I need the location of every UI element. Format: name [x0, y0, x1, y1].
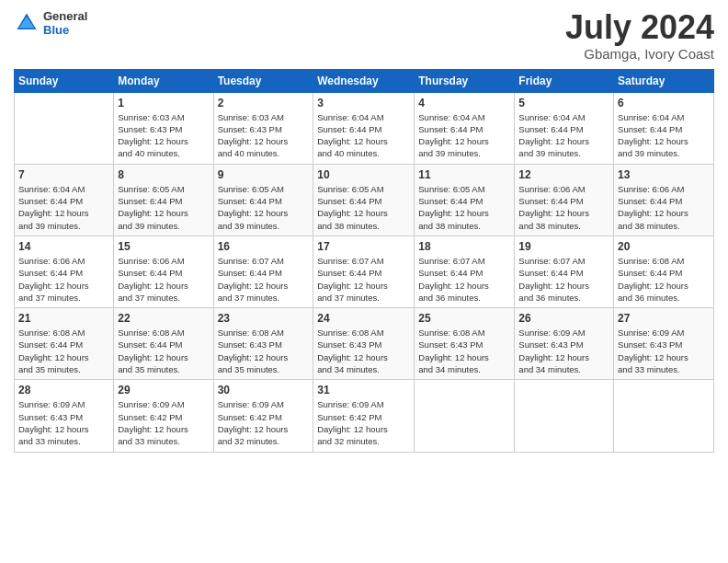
calendar-week-row: 21Sunrise: 6:08 AM Sunset: 6:44 PM Dayli… — [15, 308, 714, 380]
day-number: 12 — [518, 168, 609, 181]
day-number: 21 — [18, 312, 109, 325]
day-number: 23 — [218, 312, 310, 325]
day-info: Sunrise: 6:08 AM Sunset: 6:44 PM Dayligh… — [118, 327, 209, 375]
day-number: 16 — [218, 240, 310, 253]
day-number: 15 — [118, 240, 209, 253]
calendar-cell: 4Sunrise: 6:04 AM Sunset: 6:44 PM Daylig… — [415, 92, 515, 164]
day-number: 31 — [317, 384, 410, 396]
calendar-cell: 27Sunrise: 6:09 AM Sunset: 6:43 PM Dayli… — [614, 308, 714, 380]
day-info: Sunrise: 6:05 AM Sunset: 6:44 PM Dayligh… — [317, 183, 410, 232]
weekday-header-row: SundayMondayTuesdayWednesdayThursdayFrid… — [15, 69, 714, 92]
day-info: Sunrise: 6:08 AM Sunset: 6:43 PM Dayligh… — [418, 327, 510, 375]
calendar-cell — [415, 380, 515, 452]
calendar-cell: 14Sunrise: 6:06 AM Sunset: 6:44 PM Dayli… — [15, 236, 114, 307]
day-number: 19 — [518, 240, 609, 253]
day-info: Sunrise: 6:07 AM Sunset: 6:44 PM Dayligh… — [418, 255, 510, 304]
day-info: Sunrise: 6:09 AM Sunset: 6:43 PM Dayligh… — [18, 398, 109, 447]
day-info: Sunrise: 6:09 AM Sunset: 6:42 PM Dayligh… — [317, 398, 410, 447]
day-number: 11 — [418, 168, 510, 181]
calendar-cell: 10Sunrise: 6:05 AM Sunset: 6:44 PM Dayli… — [313, 164, 415, 236]
day-number: 27 — [618, 312, 710, 325]
weekday-header-friday: Friday — [515, 69, 614, 92]
calendar-week-row: 7Sunrise: 6:04 AM Sunset: 6:44 PM Daylig… — [15, 164, 714, 236]
day-number: 30 — [218, 384, 310, 396]
calendar-cell: 12Sunrise: 6:06 AM Sunset: 6:44 PM Dayli… — [515, 164, 614, 236]
day-number: 5 — [518, 97, 609, 109]
day-info: Sunrise: 6:04 AM Sunset: 6:44 PM Dayligh… — [418, 111, 510, 160]
calendar-cell: 1Sunrise: 6:03 AM Sunset: 6:43 PM Daylig… — [114, 92, 213, 164]
calendar-cell: 5Sunrise: 6:04 AM Sunset: 6:44 PM Daylig… — [515, 92, 614, 164]
calendar-cell: 16Sunrise: 6:07 AM Sunset: 6:44 PM Dayli… — [213, 236, 313, 307]
day-info: Sunrise: 6:08 AM Sunset: 6:44 PM Dayligh… — [618, 255, 710, 304]
calendar-cell: 11Sunrise: 6:05 AM Sunset: 6:44 PM Dayli… — [415, 164, 515, 236]
calendar-cell: 31Sunrise: 6:09 AM Sunset: 6:42 PM Dayli… — [313, 380, 415, 452]
day-info: Sunrise: 6:03 AM Sunset: 6:43 PM Dayligh… — [218, 111, 310, 160]
day-info: Sunrise: 6:04 AM Sunset: 6:44 PM Dayligh… — [618, 111, 710, 160]
weekday-header-saturday: Saturday — [614, 69, 714, 92]
page: General Blue July 2024 Gbamga, Ivory Coa… — [0, 0, 728, 563]
day-number: 4 — [418, 97, 510, 109]
calendar-cell: 28Sunrise: 6:09 AM Sunset: 6:43 PM Dayli… — [15, 380, 114, 452]
day-number: 17 — [317, 240, 410, 253]
title-block: July 2024 Gbamga, Ivory Coast — [565, 9, 714, 62]
day-info: Sunrise: 6:04 AM Sunset: 6:44 PM Dayligh… — [518, 111, 609, 160]
day-info: Sunrise: 6:04 AM Sunset: 6:44 PM Dayligh… — [18, 183, 109, 232]
weekday-header-thursday: Thursday — [415, 69, 515, 92]
day-number: 14 — [18, 240, 109, 253]
calendar-cell — [515, 380, 614, 452]
calendar-cell: 20Sunrise: 6:08 AM Sunset: 6:44 PM Dayli… — [614, 236, 714, 307]
calendar-cell: 7Sunrise: 6:04 AM Sunset: 6:44 PM Daylig… — [15, 164, 114, 236]
calendar-cell: 13Sunrise: 6:06 AM Sunset: 6:44 PM Dayli… — [614, 164, 714, 236]
day-info: Sunrise: 6:03 AM Sunset: 6:43 PM Dayligh… — [118, 111, 209, 160]
day-info: Sunrise: 6:07 AM Sunset: 6:44 PM Dayligh… — [218, 255, 310, 304]
calendar-cell: 18Sunrise: 6:07 AM Sunset: 6:44 PM Dayli… — [415, 236, 515, 307]
day-info: Sunrise: 6:08 AM Sunset: 6:44 PM Dayligh… — [18, 327, 109, 375]
calendar-week-row: 28Sunrise: 6:09 AM Sunset: 6:43 PM Dayli… — [15, 380, 714, 452]
header: General Blue July 2024 Gbamga, Ivory Coa… — [14, 9, 714, 62]
day-info: Sunrise: 6:06 AM Sunset: 6:44 PM Dayligh… — [518, 183, 609, 232]
day-info: Sunrise: 6:06 AM Sunset: 6:44 PM Dayligh… — [18, 255, 109, 304]
calendar-cell: 6Sunrise: 6:04 AM Sunset: 6:44 PM Daylig… — [614, 92, 714, 164]
calendar-cell: 26Sunrise: 6:09 AM Sunset: 6:43 PM Dayli… — [515, 308, 614, 380]
day-number: 1 — [118, 97, 209, 109]
calendar-week-row: 14Sunrise: 6:06 AM Sunset: 6:44 PM Dayli… — [15, 236, 714, 307]
calendar-cell — [15, 92, 114, 164]
day-number: 7 — [18, 168, 109, 181]
day-number: 20 — [618, 240, 710, 253]
day-number: 6 — [618, 97, 710, 109]
day-info: Sunrise: 6:05 AM Sunset: 6:44 PM Dayligh… — [418, 183, 510, 232]
calendar-cell: 25Sunrise: 6:08 AM Sunset: 6:43 PM Dayli… — [415, 308, 515, 380]
logo-text: General Blue — [43, 9, 87, 37]
day-info: Sunrise: 6:07 AM Sunset: 6:44 PM Dayligh… — [317, 255, 410, 304]
day-info: Sunrise: 6:09 AM Sunset: 6:43 PM Dayligh… — [518, 327, 609, 375]
day-number: 25 — [418, 312, 510, 325]
day-info: Sunrise: 6:09 AM Sunset: 6:42 PM Dayligh… — [218, 398, 310, 447]
day-number: 8 — [118, 168, 209, 181]
day-info: Sunrise: 6:06 AM Sunset: 6:44 PM Dayligh… — [118, 255, 209, 304]
day-number: 10 — [317, 168, 410, 181]
day-info: Sunrise: 6:08 AM Sunset: 6:43 PM Dayligh… — [317, 327, 410, 375]
calendar-header: SundayMondayTuesdayWednesdayThursdayFrid… — [15, 69, 714, 92]
day-info: Sunrise: 6:08 AM Sunset: 6:43 PM Dayligh… — [218, 327, 310, 375]
calendar-cell: 9Sunrise: 6:05 AM Sunset: 6:44 PM Daylig… — [213, 164, 313, 236]
calendar-cell: 3Sunrise: 6:04 AM Sunset: 6:44 PM Daylig… — [313, 92, 415, 164]
day-info: Sunrise: 6:04 AM Sunset: 6:44 PM Dayligh… — [317, 111, 410, 160]
day-number: 22 — [118, 312, 209, 325]
day-number: 9 — [218, 168, 310, 181]
day-info: Sunrise: 6:07 AM Sunset: 6:44 PM Dayligh… — [518, 255, 609, 304]
logo-line2: Blue — [43, 23, 87, 37]
weekday-header-sunday: Sunday — [15, 69, 114, 92]
day-number: 13 — [618, 168, 710, 181]
logo: General Blue — [14, 9, 87, 37]
calendar-table: SundayMondayTuesdayWednesdayThursdayFrid… — [14, 69, 714, 453]
day-info: Sunrise: 6:05 AM Sunset: 6:44 PM Dayligh… — [218, 183, 310, 232]
logo-line1: General — [43, 9, 87, 23]
day-number: 26 — [518, 312, 609, 325]
calendar-cell: 8Sunrise: 6:05 AM Sunset: 6:44 PM Daylig… — [114, 164, 213, 236]
day-number: 18 — [418, 240, 510, 253]
weekday-header-tuesday: Tuesday — [213, 69, 313, 92]
calendar-cell: 23Sunrise: 6:08 AM Sunset: 6:43 PM Dayli… — [213, 308, 313, 380]
calendar-cell: 24Sunrise: 6:08 AM Sunset: 6:43 PM Dayli… — [313, 308, 415, 380]
day-number: 24 — [317, 312, 410, 325]
day-info: Sunrise: 6:09 AM Sunset: 6:43 PM Dayligh… — [618, 327, 710, 375]
